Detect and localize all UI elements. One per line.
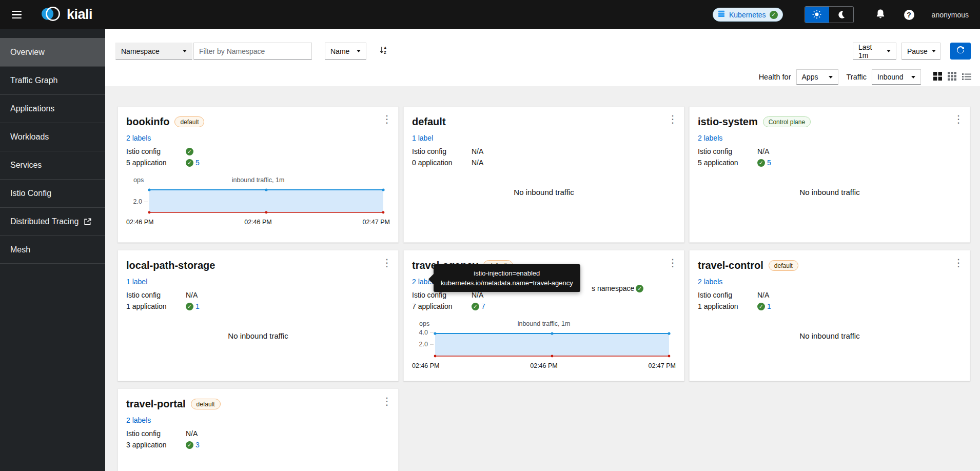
inbound-traffic-sparkline: opsinbound traffic, 1m2.002:46 PM02:46 P…: [126, 176, 390, 226]
refresh-button[interactable]: [950, 43, 971, 60]
chevron-down-icon: [357, 50, 361, 52]
help-button[interactable]: ?: [904, 10, 914, 20]
namespace-title: travel-control: [698, 260, 763, 271]
row-label: 5 application: [126, 159, 186, 167]
sidebar-item-label: Mesh: [10, 245, 30, 254]
health-count-link[interactable]: 1: [767, 302, 771, 310]
row-label: Istio config: [698, 147, 757, 155]
duration-value: Last 1m: [858, 43, 883, 60]
application-health-row: 3 application✓3: [126, 439, 390, 450]
health-count-link[interactable]: 7: [481, 302, 485, 310]
sidebar-item-applications[interactable]: Applications: [0, 94, 105, 123]
sidebar-item-traffic-graph[interactable]: Traffic Graph: [0, 66, 105, 94]
row-label: Istio config: [126, 429, 186, 438]
sidebar-item-label: Overview: [10, 48, 45, 57]
kebab-menu-button[interactable]: ⋮: [668, 258, 678, 268]
namespace-title: bookinfo: [126, 116, 169, 128]
svg-text:Z: Z: [384, 51, 386, 54]
sidebar-item-label: Services: [10, 161, 42, 170]
kebab-menu-button[interactable]: ⋮: [953, 258, 964, 268]
labels-tooltip: istio-injection=enabled kubernetes.io/me…: [434, 264, 580, 292]
namespace-card-travel-portal: travel-portaldefault⋮2 labelsIstio confi…: [117, 388, 399, 471]
kebab-menu-button[interactable]: ⋮: [953, 114, 964, 124]
grid-expand-icon: [948, 72, 956, 82]
sidebar-item-workloads[interactable]: Workloads: [0, 123, 105, 151]
filter-toolbar: Namespace Name AZ Last 1m Pause: [115, 43, 971, 60]
sort-by-value: Name: [330, 47, 349, 55]
row-label: 1 application: [126, 302, 186, 310]
sidebar-item-mesh[interactable]: Mesh: [0, 235, 105, 264]
tooltip-line: kubernetes.io/metadata.name=travel-agenc…: [441, 278, 573, 288]
row-label: 7 application: [412, 302, 472, 310]
duration-select[interactable]: Last 1m: [853, 43, 896, 60]
labels-link[interactable]: 1 label: [412, 134, 433, 142]
external-link-icon: [84, 218, 91, 225]
display-mode-list-button[interactable]: [962, 72, 971, 82]
chevron-down-icon: [829, 76, 833, 78]
user-menu[interactable]: anonymous: [932, 11, 969, 19]
sidebar-toggle-button[interactable]: [9, 8, 25, 22]
status-value: N/A: [186, 291, 198, 299]
refresh-interval-select[interactable]: Pause: [901, 43, 940, 60]
namespace-card-bookinfo: bookinfodefault⋮2 labelsIstio config✓5 a…: [117, 106, 399, 243]
kiali-logo[interactable]: kiali: [40, 4, 92, 26]
status-value: N/A: [757, 147, 769, 155]
traffic-direction-select[interactable]: Inbound: [872, 69, 921, 85]
sidebar: OverviewTraffic GraphApplicationsWorkloa…: [0, 29, 105, 471]
health-count-link[interactable]: 1: [195, 302, 200, 310]
theme-toggle: [805, 6, 854, 23]
chevron-down-icon: [911, 76, 915, 78]
namespace-card-local-path-storage: local-path-storage⋮1 labelIstio configN/…: [117, 250, 399, 381]
svg-text:A: A: [384, 46, 386, 50]
healthy-icon: ✓: [757, 303, 765, 310]
kebab-menu-button[interactable]: ⋮: [382, 258, 392, 268]
namespace-badge: default: [174, 116, 204, 127]
sidebar-item-services[interactable]: Services: [0, 151, 105, 179]
sort-by-select[interactable]: Name: [325, 43, 366, 60]
application-health-row: 7 application✓7: [412, 301, 676, 312]
status-value: N/A: [472, 291, 483, 299]
kebab-menu-button[interactable]: ⋮: [382, 114, 392, 124]
istio-config-row: Istio configN/A: [698, 146, 962, 157]
sidebar-item-label: Traffic Graph: [10, 76, 57, 85]
no-inbound-traffic-text: No inbound traffic: [690, 188, 970, 197]
healthy-icon: ✓: [186, 303, 193, 310]
display-mode-compact-button[interactable]: [933, 72, 942, 82]
traffic-label: Traffic: [847, 73, 867, 81]
health-count-link[interactable]: 5: [195, 159, 200, 167]
labels-link[interactable]: 2 labels: [698, 134, 722, 142]
tooltip-line: istio-injection=enabled: [441, 268, 573, 278]
sidebar-nav: OverviewTraffic GraphApplicationsWorkloa…: [0, 38, 105, 264]
cluster-selector[interactable]: Kubernetes ✓: [713, 8, 783, 22]
namespace-title: local-path-storage: [126, 260, 215, 271]
kiali-logo-icon: [40, 4, 64, 26]
status-value: N/A: [472, 159, 483, 167]
light-theme-button[interactable]: [805, 7, 829, 23]
brand-name: kiali: [67, 7, 92, 23]
labels-link[interactable]: 2 labels: [126, 416, 151, 424]
dark-theme-button[interactable]: [829, 7, 853, 23]
kebab-menu-button[interactable]: ⋮: [668, 114, 678, 124]
display-mode-expand-button[interactable]: [948, 72, 956, 82]
sort-order-button[interactable]: AZ: [378, 44, 390, 58]
filter-type-value: Namespace: [121, 47, 160, 55]
health-for-select[interactable]: Apps: [796, 69, 838, 85]
filter-type-select[interactable]: Namespace: [115, 43, 192, 60]
row-label: 3 application: [126, 441, 186, 449]
notifications-button[interactable]: [875, 9, 886, 21]
x-tick-label: 02:47 PM: [362, 219, 390, 226]
labels-link[interactable]: 1 label: [126, 278, 147, 286]
sidebar-item-distributed-tracing[interactable]: Distributed Tracing: [0, 207, 105, 235]
health-count-link[interactable]: 5: [767, 159, 771, 167]
sidebar-item-label: Distributed Tracing: [10, 217, 79, 226]
istio-config-row: Istio config✓: [126, 146, 390, 157]
labels-link[interactable]: 2 labels: [126, 134, 151, 142]
chart-x-axis: 02:46 PM02:46 PM02:47 PM: [412, 362, 676, 369]
health-count-link[interactable]: 3: [195, 441, 200, 449]
namespace-badge: Control plane: [763, 116, 811, 127]
namespace-filter-input[interactable]: [193, 43, 312, 60]
sidebar-item-overview[interactable]: Overview: [0, 38, 105, 66]
sidebar-item-istio-config[interactable]: Istio Config: [0, 179, 105, 207]
kebab-menu-button[interactable]: ⋮: [382, 396, 392, 406]
labels-link[interactable]: 2 labels: [698, 278, 722, 286]
